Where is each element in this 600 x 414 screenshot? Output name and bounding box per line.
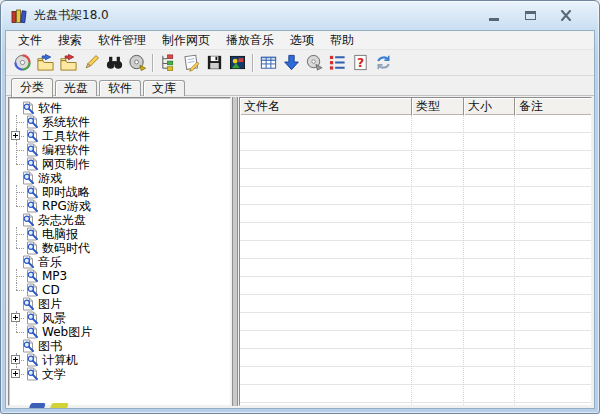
tree-node[interactable]: 文学: [9, 367, 230, 381]
app-logo-books-icon: [11, 8, 28, 24]
menu-item-1[interactable]: 搜索: [50, 31, 90, 49]
doc-search-icon: [25, 143, 39, 157]
panel-splitter[interactable]: [232, 97, 238, 406]
tree-connector: [9, 269, 25, 283]
tree-connector: [9, 143, 25, 157]
tree-node[interactable]: 风景: [9, 311, 230, 325]
menu-item-0[interactable]: 文件: [10, 31, 50, 49]
tree-node-label: 图片: [38, 297, 62, 311]
toolbar: ?: [6, 50, 594, 76]
folder-import-icon: [36, 53, 55, 72]
tree-node[interactable]: 电脑报: [9, 227, 230, 241]
tree-node[interactable]: 软件: [9, 101, 230, 115]
tree-connector: [9, 353, 25, 367]
window-title: 光盘书架18.0: [34, 7, 109, 24]
category-tree-icon: [159, 53, 178, 72]
tree-node[interactable]: 音乐: [9, 255, 230, 269]
menu-item-5[interactable]: 选项: [282, 31, 322, 49]
folder-import-button[interactable]: [34, 52, 57, 74]
tree-node-label: 网页制作: [42, 157, 90, 171]
tree-node[interactable]: Web图片: [9, 325, 230, 339]
close-icon: [560, 10, 572, 21]
doc-search-icon: [25, 367, 39, 381]
tab-1[interactable]: 光盘: [55, 80, 97, 96]
column-header-0[interactable]: 文件名: [240, 98, 412, 115]
edit-note-button[interactable]: [180, 52, 203, 74]
table-grid-button[interactable]: [257, 52, 280, 74]
tree-node-label: 软件: [38, 101, 62, 115]
category-tree-button[interactable]: [157, 52, 180, 74]
tree-node-label: 图书: [38, 339, 62, 353]
doc-search-icon: [25, 157, 39, 171]
download-arrow-button[interactable]: [280, 52, 303, 74]
doc-search-icon: [25, 325, 39, 339]
tree-node[interactable]: MP3: [9, 269, 230, 283]
binoculars-search-icon: [105, 53, 124, 72]
doc-search-icon: [25, 199, 39, 213]
disc-tool-button[interactable]: [303, 52, 326, 74]
tree-connector: [9, 227, 25, 241]
options-list-button[interactable]: [326, 52, 349, 74]
tree-node-label: 游戏: [38, 171, 62, 185]
menu-item-3[interactable]: 制作网页: [154, 31, 218, 49]
tree-node-label: 即时战略: [42, 185, 90, 199]
tree-node[interactable]: CD: [9, 283, 230, 297]
titlebar[interactable]: 光盘书架18.0: [1, 1, 599, 30]
tab-0[interactable]: 分类: [11, 78, 53, 97]
disc-button[interactable]: [11, 52, 34, 74]
grid-column-line: [411, 115, 412, 405]
tree-node[interactable]: 编程软件: [9, 143, 230, 157]
save-floppy-button[interactable]: [203, 52, 226, 74]
tree-node[interactable]: 图书: [9, 339, 230, 353]
column-header-1[interactable]: 类型: [412, 98, 464, 115]
minimize-button[interactable]: [483, 8, 505, 23]
list-body[interactable]: [240, 115, 591, 405]
disc-burn-button[interactable]: [126, 52, 149, 74]
tab-2[interactable]: 软件: [99, 80, 141, 96]
expand-plus-icon[interactable]: [11, 313, 20, 322]
column-header-2[interactable]: 大小: [464, 98, 515, 115]
tree-node[interactable]: RPG游戏: [9, 199, 230, 213]
tree-node[interactable]: 游戏: [9, 171, 230, 185]
grid-column-line: [514, 115, 515, 405]
expand-plus-icon[interactable]: [11, 369, 20, 378]
tree-node[interactable]: 杂志光盘: [9, 213, 230, 227]
doc-search-icon: [21, 101, 35, 115]
doc-search-icon: [25, 185, 39, 199]
tree-node-label: 计算机: [42, 353, 78, 367]
svg-text:?: ?: [357, 56, 364, 70]
menu-item-6[interactable]: 帮助: [322, 31, 362, 49]
tree-node[interactable]: 网页制作: [9, 157, 230, 171]
menu-item-2[interactable]: 软件管理: [90, 31, 154, 49]
tab-3[interactable]: 文库: [143, 80, 185, 96]
tree-node-label: 风景: [42, 311, 66, 325]
maximize-button[interactable]: [519, 8, 541, 23]
help-page-button[interactable]: ?: [349, 52, 372, 74]
menu-item-4[interactable]: 播放音乐: [218, 31, 282, 49]
refresh-button[interactable]: [372, 52, 395, 74]
clipped-icon-yellow: [50, 403, 69, 408]
tree-node[interactable]: 即时战略: [9, 185, 230, 199]
tree-node[interactable]: 计算机: [9, 353, 230, 367]
category-tree-panel[interactable]: 软件系统软件工具软件编程软件网页制作游戏即时战略RPG游戏杂志光盘电脑报数码时代…: [8, 97, 231, 406]
tree-node[interactable]: 数码时代: [9, 241, 230, 255]
close-button[interactable]: [555, 8, 577, 23]
minimize-icon: [489, 18, 499, 21]
edit-pencil-button[interactable]: [80, 52, 103, 74]
toolbar-separator: [252, 54, 254, 72]
tree-node[interactable]: 系统软件: [9, 115, 230, 129]
disc-icon: [13, 53, 32, 72]
tree-node[interactable]: 图片: [9, 297, 230, 311]
file-list-panel[interactable]: 文件名类型大小备注: [239, 97, 592, 406]
binoculars-search-button[interactable]: [103, 52, 126, 74]
column-header-3[interactable]: 备注: [515, 98, 591, 115]
tree-node-label: 工具软件: [42, 129, 90, 143]
tree-connector: [9, 325, 25, 339]
maximize-icon: [525, 11, 536, 20]
image-button[interactable]: [226, 52, 249, 74]
expand-plus-icon[interactable]: [11, 131, 20, 140]
folder-export-button[interactable]: [57, 52, 80, 74]
tree-node[interactable]: 工具软件: [9, 129, 230, 143]
expand-plus-icon[interactable]: [11, 355, 20, 364]
tree-node-label: 文学: [42, 367, 66, 381]
